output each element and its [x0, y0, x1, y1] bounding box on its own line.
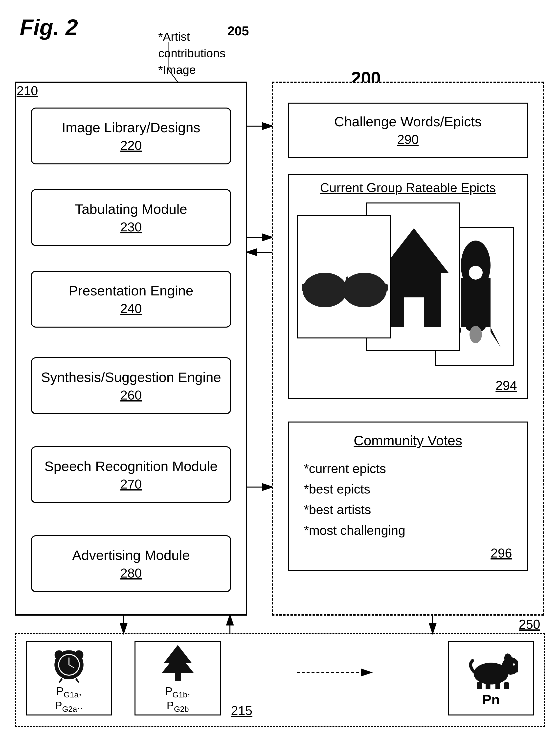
box-community-items: *current epicts *best epicts *best artis…: [304, 458, 512, 541]
module-presentation-engine-title: Presentation Engine: [69, 283, 193, 299]
module-advertising-ref: 280: [120, 566, 142, 580]
module-synthesis-ref: 260: [120, 388, 142, 402]
player-device-pn: Pn: [448, 641, 534, 715]
player-pn-label: Pn: [482, 691, 500, 708]
svg-point-13: [303, 273, 347, 307]
svg-rect-46: [486, 682, 490, 689]
module-speech-recognition-title: Speech Recognition Module: [45, 458, 218, 474]
player-device-2: PG1b,PG2b: [134, 641, 221, 715]
svg-point-27: [470, 326, 482, 343]
module-image-library-title: Image Library/Designs: [62, 119, 200, 135]
player-2-label: PG1b,PG2b: [165, 685, 190, 714]
box-210-label: 210: [14, 81, 41, 101]
module-speech-recognition: Speech Recognition Module 270: [31, 446, 231, 503]
box-community-ref: 296: [304, 546, 512, 560]
svg-rect-48: [504, 682, 509, 689]
svg-point-14: [342, 273, 387, 307]
box-challenge: Challenge Words/Epicts 290: [288, 103, 528, 158]
epict-cards-container: [297, 202, 519, 371]
box-250-label: 250: [519, 617, 540, 632]
svg-line-31: [76, 679, 79, 683]
module-synthesis: Synthesis/Suggestion Engine 260: [31, 357, 231, 414]
svg-rect-40: [175, 673, 181, 681]
svg-point-28: [469, 266, 483, 280]
player-device-1: PG1a,PG2a..: [26, 641, 112, 715]
module-image-library-ref: 220: [120, 138, 142, 153]
module-tabulating-ref: 230: [120, 220, 142, 234]
module-presentation-engine-ref: 240: [120, 301, 142, 316]
community-item-1: *current epicts: [304, 458, 512, 479]
box-players: PG1a,PG2a.. PG1b,PG2b 215: [15, 633, 545, 727]
box-250: Challenge Words/Epicts 290 Current Group…: [272, 82, 544, 616]
epict-card-1: [297, 215, 391, 338]
fig-label: Fig. 2: [20, 15, 78, 40]
svg-rect-21: [404, 297, 424, 327]
module-advertising: Advertising Module 280: [31, 535, 231, 592]
box-community-title: Community Votes: [304, 432, 512, 448]
svg-point-49: [513, 663, 515, 666]
module-presentation-engine: Presentation Engine 240: [31, 271, 231, 328]
module-tabulating-title: Tabulating Module: [75, 201, 187, 217]
box-210: 210 Image Library/Designs 220 Tabulating…: [15, 82, 247, 616]
module-advertising-title: Advertising Module: [72, 547, 190, 563]
box-challenge-ref: 290: [397, 132, 419, 147]
svg-line-30: [59, 679, 62, 683]
ref-215: 215: [231, 703, 252, 718]
box-rateable: Current Group Rateable Epicts: [288, 174, 528, 399]
svg-rect-47: [495, 682, 500, 689]
module-synthesis-title: Synthesis/Suggestion Engine: [41, 369, 221, 385]
svg-rect-45: [477, 682, 482, 689]
box-rateable-title: Current Group Rateable Epicts: [289, 175, 527, 195]
svg-rect-23: [461, 278, 491, 327]
player-1-label: PG1a,PG2a..: [55, 685, 83, 714]
module-speech-recognition-ref: 270: [120, 477, 142, 491]
box-community: Community Votes *current epicts *best ep…: [288, 422, 528, 571]
svg-marker-25: [491, 327, 500, 347]
ref-205-num: 205: [227, 23, 249, 38]
community-item-2: *best epicts: [304, 479, 512, 499]
community-item-3: *best artists: [304, 499, 512, 520]
box-challenge-title: Challenge Words/Epicts: [334, 113, 482, 130]
module-tabulating: Tabulating Module 230: [31, 189, 231, 246]
box-rateable-ref: 294: [289, 378, 527, 398]
svg-rect-15: [346, 285, 348, 290]
module-image-library: Image Library/Designs 220: [31, 108, 231, 164]
community-item-4: *most challenging: [304, 520, 512, 541]
